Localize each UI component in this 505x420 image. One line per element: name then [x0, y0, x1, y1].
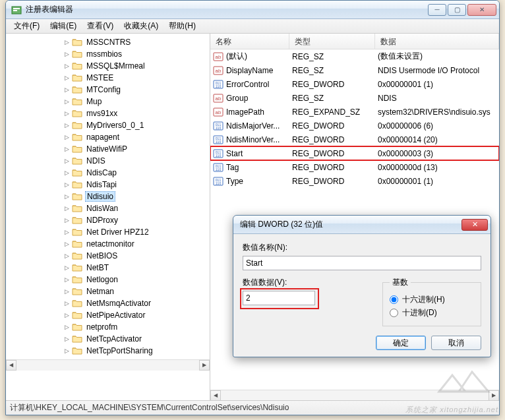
expand-toggle-icon[interactable] — [63, 109, 71, 117]
scroll-right-icon[interactable]: ▶ — [489, 390, 499, 401]
menubar: 文件(F) 编辑(E) 查看(V) 收藏夹(A) 帮助(H) — [6, 19, 499, 34]
titlebar[interactable]: 注册表编辑器 ─ ▢ ✕ — [6, 1, 499, 19]
menu-view[interactable]: 查看(V) — [82, 19, 119, 33]
scroll-right-icon[interactable]: ▶ — [199, 360, 210, 371]
tree-item[interactable]: mvs91xx — [6, 107, 210, 119]
tree-item[interactable]: Ndisuio — [6, 191, 210, 202]
tree-item[interactable]: MSTEE — [6, 72, 210, 84]
tree-item[interactable]: MyDrivers0_0_1 — [6, 119, 210, 131]
list-row[interactable]: 011110NdisMinorVer...REG_DWORD0x00000014… — [210, 133, 499, 146]
list-row[interactable]: 011110StartREG_DWORD0x00000003 (3) — [210, 146, 499, 160]
list-row[interactable]: 011110NdisMajorVer...REG_DWORD0x00000006… — [210, 119, 499, 133]
menu-file[interactable]: 文件(F) — [9, 19, 45, 33]
dialog-titlebar[interactable]: 编辑 DWORD (32 位)值 ✕ — [233, 216, 490, 234]
tree-item[interactable]: mssmbios — [6, 48, 210, 60]
expand-toggle-icon[interactable] — [63, 169, 71, 177]
expand-toggle-icon[interactable] — [63, 38, 71, 46]
radix-dec-option[interactable]: 十进制(D) — [390, 307, 474, 318]
expand-toggle-icon[interactable] — [63, 121, 71, 129]
expand-toggle-icon[interactable] — [63, 62, 71, 70]
cancel-button[interactable]: 取消 — [431, 336, 481, 350]
tree-item[interactable]: MSSCNTRS — [6, 36, 210, 48]
tree-item[interactable]: NetTcpActivator — [6, 333, 210, 345]
list-row[interactable]: abDisplayNameREG_SZNDIS Usermode I/O Pro… — [210, 63, 499, 77]
value-data-label: 数值数据(V): — [243, 277, 372, 288]
tree-item-label: Netlogon — [85, 275, 119, 284]
tree-item-label: NDIS — [85, 156, 107, 165]
tree-item[interactable]: NdisTapi — [6, 179, 210, 191]
expand-toggle-icon[interactable] — [63, 335, 71, 343]
radix-hex-option[interactable]: 十六进制(H) — [390, 294, 474, 305]
col-header-name[interactable]: 名称 — [210, 34, 289, 49]
expand-toggle-icon[interactable] — [63, 323, 71, 331]
scroll-left-icon[interactable]: ◀ — [6, 360, 16, 371]
tree-item[interactable]: Netlogon — [6, 274, 210, 285]
expand-toggle-icon[interactable] — [63, 193, 71, 200]
tree-item[interactable]: NetMsmqActivator — [6, 297, 210, 309]
tree-item[interactable]: NDProxy — [6, 214, 210, 226]
tree-item[interactable]: NetTcpPortSharing — [6, 345, 210, 357]
list-row[interactable]: 011110TypeREG_DWORD0x00000001 (1) — [210, 174, 499, 188]
minimize-button[interactable]: ─ — [428, 4, 446, 16]
expand-toggle-icon[interactable] — [63, 204, 71, 212]
expand-toggle-icon[interactable] — [63, 157, 71, 165]
expand-toggle-icon[interactable] — [63, 311, 71, 319]
menu-help[interactable]: 帮助(H) — [163, 19, 201, 33]
tree-item[interactable]: NativeWifiP — [6, 143, 210, 155]
expand-toggle-icon[interactable] — [63, 299, 71, 307]
expand-toggle-icon[interactable] — [63, 228, 71, 236]
expand-toggle-icon[interactable] — [63, 347, 71, 355]
cell-data: 0x00000014 (20) — [378, 135, 499, 144]
tree-pane[interactable]: MSSCNTRSmssmbiosMSSQL$MrmealMSTEEMTConfi… — [6, 34, 210, 400]
tree-item[interactable]: napagent — [6, 131, 210, 143]
expand-toggle-icon[interactable] — [63, 50, 71, 58]
radix-fieldset: 基数 十六进制(H) 十进制(D) — [382, 277, 481, 326]
scroll-left-icon[interactable]: ◀ — [210, 390, 221, 401]
list-hscroll[interactable]: ◀ ▶ — [210, 390, 499, 400]
value-data-input[interactable] — [243, 291, 315, 305]
tree-item[interactable]: NetBT — [6, 262, 210, 274]
radix-hex-radio[interactable] — [390, 295, 398, 304]
list-row[interactable]: ab(默认)REG_SZ(数值未设置) — [210, 49, 499, 63]
expand-toggle-icon[interactable] — [63, 240, 71, 248]
list-row[interactable]: 011110TagREG_DWORD0x0000000d (13) — [210, 160, 499, 174]
col-header-type[interactable]: 类型 — [289, 34, 375, 49]
tree-item[interactable]: NetPipeActivator — [6, 309, 210, 321]
tree-item[interactable]: Netman — [6, 285, 210, 297]
tree-hscroll[interactable]: ◀ ▶ — [6, 359, 210, 370]
radix-dec-radio[interactable] — [390, 309, 398, 317]
ok-button[interactable]: 确定 — [376, 336, 426, 350]
expand-toggle-icon[interactable] — [63, 264, 71, 272]
expand-toggle-icon[interactable] — [63, 86, 71, 94]
menu-edit[interactable]: 编辑(E) — [45, 19, 82, 33]
tree-item[interactable]: Mup — [6, 96, 210, 107]
expand-toggle-icon[interactable] — [63, 98, 71, 105]
tree-item[interactable]: netactmonitor — [6, 238, 210, 250]
expand-toggle-icon[interactable] — [63, 252, 71, 260]
list-row[interactable]: abGroupREG_SZNDIS — [210, 91, 499, 105]
menu-favorites[interactable]: 收藏夹(A) — [119, 19, 163, 33]
expand-toggle-icon[interactable] — [63, 276, 71, 284]
expand-toggle-icon[interactable] — [63, 216, 71, 224]
tree-item[interactable]: Net Driver HPZ12 — [6, 226, 210, 238]
tree-item[interactable]: NdisWan — [6, 202, 210, 214]
expand-toggle-icon[interactable] — [63, 133, 71, 141]
value-name-input[interactable] — [243, 256, 481, 270]
tree-item[interactable]: NetBIOS — [6, 250, 210, 262]
maximize-button[interactable]: ▢ — [448, 4, 466, 16]
expand-toggle-icon[interactable] — [63, 145, 71, 153]
tree-item[interactable]: NDIS — [6, 155, 210, 167]
expand-toggle-icon[interactable] — [63, 74, 71, 82]
tree-item[interactable]: NdisCap — [6, 167, 210, 179]
col-header-data[interactable]: 数据 — [375, 34, 499, 49]
close-button[interactable]: ✕ — [467, 4, 496, 16]
list-row[interactable]: 011110ErrorControlREG_DWORD0x00000001 (1… — [210, 77, 499, 91]
dialog-close-button[interactable]: ✕ — [461, 219, 488, 231]
tree-item[interactable]: MSSQL$Mrmeal — [6, 60, 210, 72]
expand-toggle-icon[interactable] — [63, 287, 71, 295]
tree-item[interactable]: netprofm — [6, 321, 210, 333]
folder-icon — [72, 287, 82, 296]
list-row[interactable]: abImagePathREG_EXPAND_SZsystem32\DRIVERS… — [210, 105, 499, 119]
expand-toggle-icon[interactable] — [63, 181, 71, 189]
tree-item[interactable]: MTConfig — [6, 84, 210, 96]
